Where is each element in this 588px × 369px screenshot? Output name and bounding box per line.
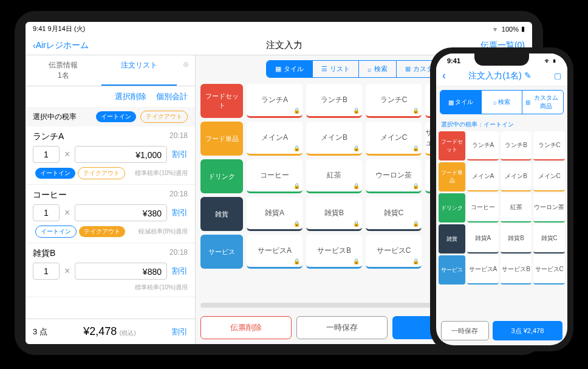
item-time: 20:18 <box>169 131 188 142</box>
product-tile[interactable]: コーヒー🔒 <box>247 159 303 193</box>
phone-product-tile[interactable]: サービスC <box>533 255 565 285</box>
phone-product-tile[interactable]: ランチB <box>501 131 532 160</box>
item-name: ランチA <box>33 131 64 142</box>
phone-seg-search[interactable]: ⌕検索 <box>482 91 523 114</box>
add-tab-icon[interactable]: ⊕ <box>177 55 195 86</box>
product-tile[interactable]: 雑貨A🔒 <box>247 197 303 231</box>
seg-tile[interactable]: ▦タイル <box>267 61 313 77</box>
eat-in-pill[interactable]: イートイン <box>35 168 75 179</box>
phone-product-tile[interactable]: ランチC <box>533 131 565 160</box>
tax-label: 選択中の税率 <box>33 112 77 122</box>
tab-slip-info[interactable]: 伝票情報1名 <box>26 55 101 86</box>
phone-category-tile[interactable]: サービス <box>439 255 465 285</box>
phone-category-tile[interactable]: フードセット <box>439 131 465 160</box>
phone-save-button[interactable]: 一時保存 <box>441 321 489 340</box>
battery-icon: ▮ <box>521 25 525 33</box>
phone-product-tile[interactable]: サービスA <box>467 255 499 285</box>
take-out-pill[interactable]: テイクアウト <box>78 167 125 179</box>
phone-pay-button[interactable]: 3点 ¥2,478 <box>493 321 562 340</box>
phone-product-tile[interactable]: コーヒー <box>467 193 499 222</box>
back-button[interactable]: ‹Airレジホーム <box>33 40 89 51</box>
tax-note: 標準税率(10%)適用 <box>135 169 188 178</box>
phone-product-tile[interactable]: 雑貨C <box>533 224 565 253</box>
grid-icon: ▦ <box>448 99 454 106</box>
product-tile[interactable]: メインC🔒 <box>366 122 422 156</box>
phone-category-tile[interactable]: 雑貨 <box>439 224 465 253</box>
category-tile[interactable]: フード単品 <box>200 122 243 156</box>
phone-category-tile[interactable]: フード単品 <box>439 162 465 191</box>
item-name: 雑貨B <box>33 248 55 259</box>
status-date: 9月14日 (火) <box>47 25 85 32</box>
eat-in-pill[interactable]: イートイン <box>96 111 136 122</box>
product-tile[interactable]: メインB🔒 <box>306 122 362 156</box>
category-tile[interactable]: フードセット <box>200 84 243 118</box>
phone-product-tile[interactable]: メインA <box>467 162 499 191</box>
product-tile[interactable]: 雑貨B🔒 <box>306 197 362 231</box>
phone-product-tile[interactable]: ランチA <box>467 131 499 160</box>
qty-input[interactable] <box>33 204 60 221</box>
multiply-icon: × <box>64 266 70 277</box>
tab-order-list[interactable]: 注文リスト <box>101 55 177 86</box>
price-field[interactable]: ¥880 <box>75 263 167 280</box>
phone-slip-icon[interactable]: ▢ <box>554 71 561 80</box>
phone-tax-value[interactable]: イートイン <box>484 121 514 128</box>
phone-product-tile[interactable]: 雑貨B <box>501 224 532 253</box>
eat-in-pill[interactable]: イートイン <box>35 226 77 238</box>
save-draft-button[interactable]: 一時保存 <box>296 316 388 339</box>
take-out-pill[interactable]: テイクアウト <box>79 226 125 237</box>
lock-icon: 🔒 <box>353 183 360 189</box>
qty-input[interactable] <box>33 263 60 280</box>
order-item: 雑貨B20:18 × ¥880 割引 標準税率(10%)適用 <box>26 243 195 297</box>
product-tile[interactable]: サービスC🔒 <box>366 235 422 269</box>
phone-signal-icon: ᯤ ▮ <box>544 57 556 64</box>
phone-product-tile[interactable]: メインB <box>501 162 532 191</box>
lock-icon: 🔒 <box>353 258 360 264</box>
phone-category-tile[interactable]: ドリンク <box>439 193 465 222</box>
phone-product-tile[interactable]: 紅茶 <box>501 193 532 222</box>
category-tile[interactable]: サービス <box>200 235 243 269</box>
product-tile[interactable]: 雑貨C🔒 <box>366 197 422 231</box>
phone-product-tile[interactable]: 雑貨A <box>467 224 499 253</box>
delete-slip-button[interactable]: 伝票削除 <box>200 316 292 339</box>
lock-icon: 🔒 <box>293 183 300 189</box>
product-tile[interactable]: ランチC🔒 <box>366 84 422 118</box>
product-tile[interactable]: メインA🔒 <box>247 122 303 156</box>
phone-seg-tile[interactable]: ▦タイル <box>440 91 482 114</box>
seg-list[interactable]: ☰リスト <box>313 61 359 77</box>
search-icon: ⌕ <box>493 99 497 106</box>
wifi-icon: ᯤ <box>493 26 499 33</box>
take-out-pill[interactable]: テイクアウト <box>140 111 188 123</box>
price-field[interactable]: ¥380 <box>75 204 167 221</box>
tax-note: 軽減税率(8%)適用 <box>138 227 188 236</box>
order-sidebar: 伝票情報1名 注文リスト ⊕ 選択削除 個別会計 選択中の税率 イートイン テイ… <box>26 55 196 344</box>
product-tile[interactable]: ランチB🔒 <box>306 84 362 118</box>
seg-search[interactable]: ⌕検索 <box>359 61 397 77</box>
product-tile[interactable]: ランチA🔒 <box>247 84 303 118</box>
phone-seg-custom[interactable]: ⊞カスタム商品 <box>522 91 563 114</box>
product-tile[interactable]: 紅茶🔒 <box>306 159 362 193</box>
qty-input[interactable] <box>33 146 60 163</box>
product-tile[interactable]: サービスA🔒 <box>247 235 303 269</box>
discount-link[interactable]: 割引 <box>172 207 188 218</box>
discount-link[interactable]: 割引 <box>172 266 188 277</box>
edit-icon[interactable]: ✎ <box>524 71 532 80</box>
phone-product-tile[interactable]: メインC <box>533 162 565 191</box>
split-bill-link[interactable]: 個別会計 <box>156 91 188 102</box>
product-tile[interactable]: サービスB🔒 <box>306 235 362 269</box>
discount-link[interactable]: 割引 <box>172 149 188 160</box>
total-discount-link[interactable]: 割引 <box>172 326 188 337</box>
lock-icon: 🔒 <box>293 258 300 264</box>
calc-icon: ⊞ <box>525 99 530 106</box>
category-tile[interactable]: ドリンク <box>200 159 243 193</box>
order-item: コーヒー20:18 × ¥380 割引 イートインテイクアウト軽減税率(8%)適… <box>26 185 195 243</box>
lock-icon: 🔒 <box>353 221 360 227</box>
select-delete-link[interactable]: 選択削除 <box>115 91 146 102</box>
lock-icon: 🔒 <box>353 108 360 114</box>
phone-product-tile[interactable]: サービスB <box>501 255 532 285</box>
price-field[interactable]: ¥1,000 <box>75 146 167 163</box>
product-tile[interactable]: ウーロン茶🔒 <box>366 159 422 193</box>
phone-tax-row: 選択中の税率：イートイン <box>436 118 567 131</box>
phone-product-tile[interactable]: ウーロン茶 <box>533 193 565 222</box>
total-price: ¥2,478 <box>83 325 117 337</box>
category-tile[interactable]: 雑貨 <box>200 197 243 231</box>
